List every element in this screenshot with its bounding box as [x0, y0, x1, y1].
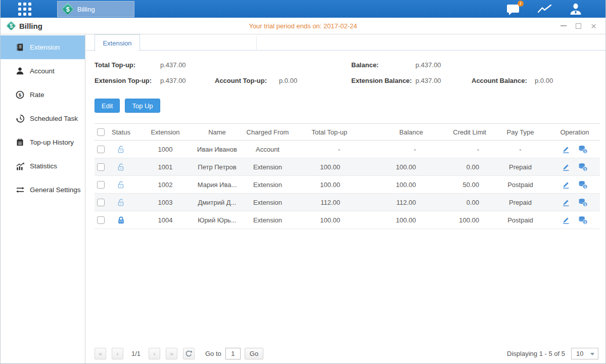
- page-indicator: 1/1: [129, 350, 143, 357]
- last-page-button[interactable]: [166, 348, 177, 359]
- sidebar-item-rate[interactable]: $ Rate: [1, 83, 85, 107]
- pay-type-cell: Postpaid: [491, 211, 549, 229]
- top-up-icon[interactable]: $: [578, 163, 588, 171]
- maximize-button[interactable]: [575, 22, 582, 30]
- select-all-checkbox[interactable]: [97, 128, 105, 136]
- pay-type-cell: Prepaid: [491, 194, 549, 211]
- sidebar: Extension Account $ Rate Scheduled T: [1, 34, 85, 363]
- status-lock-icon[interactable]: [117, 216, 125, 224]
- status-lock-icon[interactable]: [117, 145, 125, 154]
- name-cell: Дмитрий Д...: [196, 194, 239, 211]
- row-checkbox[interactable]: [97, 146, 105, 153]
- page-size-value: 10: [576, 350, 583, 357]
- user-account-icon[interactable]: [569, 3, 582, 15]
- status-lock-icon[interactable]: [117, 180, 125, 189]
- displaying-text: Displaying 1 - 5 of 5: [507, 350, 565, 357]
- sliders-icon: [16, 186, 25, 194]
- row-checkbox[interactable]: [97, 181, 105, 189]
- edit-button[interactable]: Edit: [95, 99, 120, 113]
- top-up-icon[interactable]: $: [578, 180, 588, 189]
- name-cell: Иван Иванов: [196, 141, 239, 158]
- total-topup-cell: 100.00: [297, 158, 352, 176]
- bar-chart-icon: [16, 162, 25, 170]
- person-icon: [16, 67, 25, 75]
- table-row: 1000 Иван Иванов Account - - - -: [95, 141, 600, 158]
- extension-cell: 1001: [135, 158, 196, 176]
- credit-limit-cell: 0.00: [428, 194, 491, 211]
- sidebar-item-label: Account: [30, 67, 55, 75]
- name-cell: Петр Петров: [196, 158, 239, 176]
- prev-page-button[interactable]: [112, 348, 123, 359]
- balance-cell: 100.00: [352, 211, 428, 229]
- billing-app-tab-label: Billing: [77, 6, 95, 13]
- go-button[interactable]: Go: [245, 348, 263, 359]
- page-size-select[interactable]: 10: [571, 348, 598, 359]
- extension-balance-value: p.437.00: [415, 77, 441, 84]
- svg-text:$: $: [584, 202, 586, 206]
- goto-page-input[interactable]: [225, 348, 241, 359]
- svg-text:$: $: [584, 167, 586, 171]
- sidebar-item-statistics[interactable]: Statistics: [1, 154, 85, 178]
- top-up-icon[interactable]: $: [578, 198, 588, 207]
- refresh-button[interactable]: [183, 348, 195, 359]
- tab-extension[interactable]: Extension: [95, 34, 140, 51]
- top-up-icon[interactable]: $: [578, 216, 588, 224]
- edit-icon[interactable]: [562, 145, 570, 154]
- status-lock-icon[interactable]: [117, 198, 125, 207]
- total-topup-cell: 100.00: [297, 211, 352, 229]
- top-up-icon[interactable]: $: [578, 145, 588, 154]
- edit-icon[interactable]: [562, 163, 570, 171]
- account-topup-label: Account Top-up:: [215, 77, 267, 84]
- edit-icon[interactable]: [562, 180, 570, 189]
- svg-text:$: $: [584, 149, 586, 153]
- sidebar-item-extension[interactable]: Extension: [1, 35, 85, 59]
- main-content: Extension Total Top-up: p.437.00 Balance…: [86, 34, 605, 363]
- charged-from-cell: Extension: [239, 211, 297, 229]
- history-clock-icon: [16, 114, 25, 123]
- col-pay-type: Pay Type: [491, 124, 549, 141]
- balance-cell: 100.00: [352, 158, 428, 176]
- apps-grid-icon[interactable]: [18, 3, 32, 16]
- credit-limit-cell: -: [428, 141, 491, 158]
- col-balance: Balance: [352, 124, 428, 141]
- billing-app-tab[interactable]: Billing: [57, 1, 134, 17]
- table-row: 1002 Мария Ива... Extension 100.00 100.0…: [95, 176, 600, 194]
- billing-diamond-icon: [62, 4, 73, 15]
- sidebar-item-general-settings[interactable]: General Settings: [1, 178, 85, 202]
- row-checkbox[interactable]: [97, 163, 105, 171]
- credit-limit-cell: 50.00: [428, 176, 491, 194]
- statistics-chart-icon[interactable]: [537, 4, 552, 15]
- first-page-button[interactable]: [95, 348, 106, 359]
- top-up-button[interactable]: Top Up: [125, 99, 160, 113]
- svg-text:$: $: [19, 92, 22, 98]
- table-row: 1001 Петр Петров Extension 100.00 100.00…: [95, 158, 600, 176]
- sidebar-item-account[interactable]: Account: [1, 59, 85, 83]
- status-lock-icon[interactable]: [117, 163, 125, 171]
- table-body: 1000 Иван Иванов Account - - - -: [95, 141, 600, 229]
- charged-from-cell: Extension: [239, 194, 297, 211]
- row-checkbox[interactable]: [97, 199, 105, 206]
- balance-label: Balance:: [351, 61, 379, 69]
- dollar-circle-icon: $: [16, 90, 25, 99]
- account-balance-value: p.0.00: [535, 77, 553, 84]
- total-topup-cell: 112.00: [297, 194, 352, 211]
- sidebar-item-topup-history[interactable]: Top-up History: [1, 130, 85, 154]
- balance-cell: 100.00: [352, 176, 428, 194]
- minimize-button[interactable]: [560, 22, 567, 30]
- col-operation: Operation: [549, 124, 600, 141]
- extension-cell: 1000: [135, 141, 196, 158]
- close-button[interactable]: [590, 22, 597, 30]
- messages-icon[interactable]: !: [506, 3, 521, 15]
- next-page-button[interactable]: [149, 348, 160, 359]
- summary-panel: Total Top-up: p.437.00 Balance: p.437.00…: [86, 51, 605, 98]
- extension-book-icon: [16, 43, 25, 52]
- sidebar-item-scheduled-task[interactable]: Scheduled Task: [1, 107, 85, 130]
- row-checkbox[interactable]: [97, 216, 105, 224]
- col-credit-limit: Credit Limit: [428, 124, 491, 141]
- edit-icon[interactable]: [562, 198, 570, 207]
- name-cell: Мария Ива...: [196, 176, 239, 194]
- refresh-icon: [185, 350, 193, 357]
- extensions-table: Status Extension Name Charged From Total…: [95, 123, 598, 229]
- edit-icon[interactable]: [562, 216, 570, 224]
- pay-type-cell: Prepaid: [491, 158, 549, 176]
